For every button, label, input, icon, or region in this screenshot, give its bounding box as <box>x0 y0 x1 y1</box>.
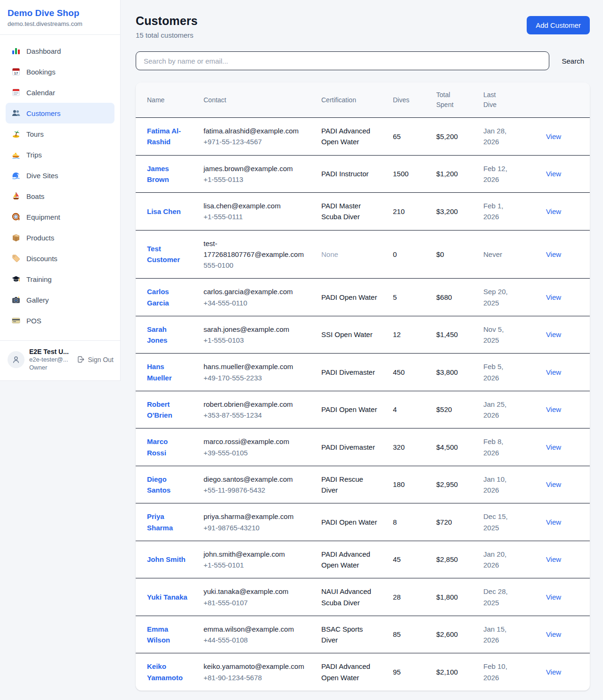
customer-action-cell: View <box>517 503 590 541</box>
add-customer-button[interactable]: Add Customer <box>527 16 590 34</box>
view-link[interactable]: View <box>546 518 561 526</box>
sidebar-item-tours[interactable]: Tours <box>6 124 114 144</box>
customer-total-spent: $720 <box>429 503 476 541</box>
dive-mask-icon <box>11 212 21 222</box>
view-link[interactable]: View <box>546 668 561 676</box>
customer-email: sarah.jones@example.com <box>204 324 306 335</box>
view-link[interactable]: View <box>546 330 561 338</box>
customer-name-link[interactable]: Keiko Yamamoto <box>147 662 183 681</box>
customer-name-cell: Test Customer <box>136 230 196 279</box>
view-link[interactable]: View <box>546 207 561 215</box>
sidebar-item-equipment[interactable]: Equipment <box>6 206 114 227</box>
view-link[interactable]: View <box>546 250 561 258</box>
customer-contact-cell: james.brown@example.com+1-555-0113 <box>196 155 314 193</box>
customer-total-spent: $2,600 <box>429 616 476 653</box>
customer-name-link[interactable]: Priya Sharma <box>147 512 173 531</box>
customer-contact-cell: marco.rossi@example.com+39-555-0105 <box>196 428 314 466</box>
customer-contact-cell: keiko.yamamoto@example.com+81-90-1234-56… <box>196 653 314 691</box>
user-info: E2E Test U... e2e-tester@... Owner <box>29 347 69 372</box>
customer-name-link[interactable]: Test Customer <box>147 245 180 264</box>
sidebar-item-gallery[interactable]: Gallery <box>6 289 114 310</box>
view-link[interactable]: View <box>546 443 561 451</box>
page-title-block: Customers 15 total customers <box>136 14 198 39</box>
customer-email: diego.santos@example.com <box>204 474 306 485</box>
sidebar-item-customers[interactable]: Customers <box>6 103 114 124</box>
customer-phone: +1-555-0113 <box>204 174 306 185</box>
view-link[interactable]: View <box>546 480 561 488</box>
customer-name-cell: Hans Mueller <box>136 354 196 391</box>
sidebar-item-bookings[interactable]: 17Bookings <box>6 61 114 82</box>
table-row: Hans Muellerhans.mueller@example.com+49-… <box>136 354 590 391</box>
customer-name-link[interactable]: Fatima Al-Rashid <box>147 127 181 146</box>
customer-action-cell: View <box>517 230 590 279</box>
view-link[interactable]: View <box>546 368 561 376</box>
customer-name-link[interactable]: Robert O'Brien <box>147 400 172 419</box>
sidebar-item-calendar[interactable]: Calendar <box>6 82 114 103</box>
sidebar-item-label: Boats <box>26 192 44 200</box>
customer-last-dive: Jan 15, 2026 <box>476 616 517 653</box>
customer-action-cell: View <box>517 653 590 691</box>
customer-contact-cell: fatima.alrashid@example.com+971-55-123-4… <box>196 118 314 156</box>
sidebar-item-label: POS <box>26 317 41 325</box>
customer-last-dive: Never <box>476 230 517 279</box>
view-link[interactable]: View <box>546 405 561 413</box>
customer-last-dive: Jan 20, 2026 <box>476 541 517 578</box>
sidebar-item-label: Calendar <box>26 89 55 97</box>
sidebar-item-trips[interactable]: Trips <box>6 144 114 165</box>
customer-name-link[interactable]: John Smith <box>147 555 186 563</box>
sidebar-item-dashboard[interactable]: Dashboard <box>6 41 114 61</box>
view-link[interactable]: View <box>546 630 561 638</box>
sidebar-item-boats[interactable]: Boats <box>6 186 114 206</box>
customer-last-dive: Dec 28, 2025 <box>476 578 517 616</box>
people-icon <box>11 108 21 118</box>
customer-name-link[interactable]: Yuki Tanaka <box>147 593 187 601</box>
customer-name-link[interactable]: Sarah Jones <box>147 325 167 344</box>
customer-email: john.smith@example.com <box>204 549 306 560</box>
customer-action-cell: View <box>517 578 590 616</box>
customer-name-link[interactable]: James Brown <box>147 165 169 183</box>
customer-name-link[interactable]: Emma Wilson <box>147 625 170 644</box>
customer-name-link[interactable]: Diego Santos <box>147 475 171 494</box>
customer-email: lisa.chen@example.com <box>204 200 306 211</box>
search-button[interactable]: Search <box>556 53 590 69</box>
sidebar-item-products[interactable]: Products <box>6 227 114 248</box>
view-link[interactable]: View <box>546 132 561 140</box>
sidebar-item-pos[interactable]: POS <box>6 310 114 331</box>
view-link[interactable]: View <box>546 170 561 178</box>
customer-certification: BSAC Sports Diver <box>314 616 385 653</box>
customer-contact-cell: test-1772681807767@example.com555-0100 <box>196 230 314 279</box>
sidebar-item-label: Customers <box>26 109 61 117</box>
customer-dives: 85 <box>385 616 429 653</box>
customer-phone: +1-555-0101 <box>204 560 306 570</box>
customer-action-cell: View <box>517 616 590 653</box>
sidebar-item-training[interactable]: Training <box>6 269 114 289</box>
customer-last-dive: Feb 5, 2026 <box>476 354 517 391</box>
customer-name-link[interactable]: Hans Mueller <box>147 362 172 381</box>
customer-certification: PADI Master Scuba Diver <box>314 193 385 231</box>
customer-name-link[interactable]: Lisa Chen <box>147 207 181 215</box>
customer-phone: +49-170-555-2233 <box>204 372 306 383</box>
table-row: Sarah Jonessarah.jones@example.com+1-555… <box>136 316 590 354</box>
sign-out-button[interactable]: Sign Out <box>77 355 114 363</box>
customer-certification: PADI Advanced Open Water <box>314 541 385 578</box>
customer-name-link[interactable]: Carlos Garcia <box>147 288 169 306</box>
table-row: Lisa Chenlisa.chen@example.com+1-555-011… <box>136 193 590 231</box>
view-link[interactable]: View <box>546 555 561 563</box>
customer-name-cell: James Brown <box>136 155 196 193</box>
view-link[interactable]: View <box>546 293 561 301</box>
table-row: Diego Santosdiego.santos@example.com+55-… <box>136 466 590 503</box>
customer-certification: PADI Advanced Open Water <box>314 653 385 691</box>
svg-text:17: 17 <box>14 71 18 75</box>
sailboat-icon <box>11 191 21 201</box>
customer-name-link[interactable]: Marco Rossi <box>147 437 168 456</box>
sidebar-item-discounts[interactable]: Discounts <box>6 248 114 269</box>
search-input[interactable] <box>136 51 549 70</box>
view-link[interactable]: View <box>546 593 561 601</box>
customer-action-cell: View <box>517 193 590 231</box>
page-title: Customers <box>136 14 198 28</box>
column-header-actions <box>517 82 590 118</box>
customer-phone: +34-555-0110 <box>204 297 306 308</box>
table-row: James Brownjames.brown@example.com+1-555… <box>136 155 590 193</box>
sidebar-item-dive-sites[interactable]: Dive Sites <box>6 165 114 186</box>
customer-action-cell: View <box>517 316 590 354</box>
